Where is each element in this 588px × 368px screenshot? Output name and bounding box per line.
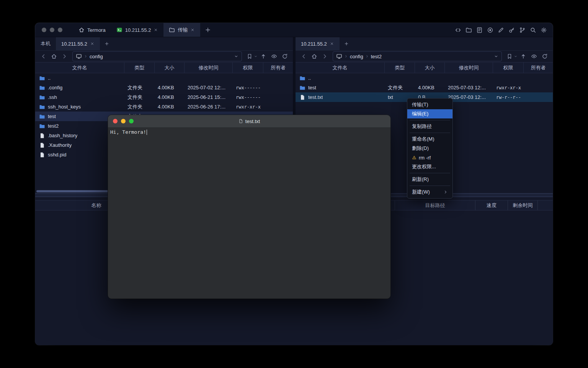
eye-icon [271,53,277,59]
back-button[interactable] [38,52,48,61]
column-header-permissions[interactable]: 权限 [493,62,524,73]
file-name: .. [308,75,311,81]
column-header-modified[interactable]: 修改时间 [445,62,493,73]
breadcrumb-segment[interactable]: config [90,54,103,59]
bookmark-button[interactable] [505,52,514,61]
show-hidden-button[interactable] [269,52,279,61]
bookmark-button[interactable] [245,52,255,61]
back-button[interactable] [299,52,309,61]
left-breadcrumb[interactable]: config [72,51,242,61]
close-tab-icon[interactable] [190,28,195,32]
file-type: 文件夹 [124,84,155,91]
column-header-type[interactable]: 类型 [124,62,155,73]
chevron-right-icon [84,54,88,58]
edit-icon[interactable] [498,27,504,33]
file-row[interactable]: .config 文件夹 4.00KB 2025-07-02 12:... rwx… [35,83,293,92]
window-controls [35,23,69,37]
file-row[interactable]: ssh_host_keys 文件夹 4.00KB 2025-06-26 17:.… [35,102,293,112]
transfer-column-destination[interactable]: 目标路径 [395,200,475,210]
home-button[interactable] [309,52,319,61]
key-icon[interactable] [508,27,515,33]
tab-left-host[interactable]: 10.211.55.2 [56,37,100,50]
branch-icon[interactable] [519,27,526,33]
file-type: 文件夹 [124,94,155,101]
editor-titlebar[interactable]: test.txt [108,115,390,127]
menu-item-edit[interactable]: 编辑(E) [407,109,452,118]
transfer-column-eta[interactable]: 剩余时间 [508,200,538,210]
close-tab-icon[interactable] [330,41,334,46]
menu-item-new[interactable]: 新建(W) [407,187,452,197]
column-header-size[interactable]: 大小 [415,62,445,73]
menu-item-rm-rf[interactable]: rm -rf [407,153,452,162]
tab-host-session[interactable]: 10.211.55.2 [111,23,164,37]
file-icon [299,94,305,100]
upload-button[interactable] [518,52,528,61]
titlebar-toolbar [455,23,553,37]
plus-icon [344,41,349,46]
forward-button[interactable] [320,52,330,61]
close-window-button[interactable] [42,28,46,32]
file-row[interactable]: .. [296,73,553,83]
menu-item-change-permissions[interactable]: 更改权限... [407,162,452,171]
close-tab-icon[interactable] [154,28,158,32]
tab-local[interactable]: 本机 [35,37,56,50]
column-header-modified[interactable]: 修改时间 [185,62,233,73]
record-icon[interactable] [487,27,493,33]
file-row[interactable]: .. [35,73,293,83]
breadcrumb-segment[interactable]: config [350,54,363,59]
refresh-button[interactable] [280,52,290,61]
refresh-button[interactable] [540,52,550,61]
folder-icon [299,75,305,81]
minimize-window-button[interactable] [50,28,54,32]
folder-icon [39,85,45,91]
chevron-right-icon [365,54,369,58]
zoom-window-button[interactable] [58,28,62,32]
file-modified: 2025-07-03 12:... [445,85,493,90]
new-tab-button[interactable] [200,23,216,37]
editor-close-button[interactable] [113,119,118,123]
editor-text: Hi, Termora! [110,129,146,135]
tab-transfer[interactable]: 传输 [163,23,200,37]
search-icon[interactable] [530,27,536,33]
menu-item-delete[interactable]: 删除(D) [407,144,452,153]
column-header-permissions[interactable]: 权限 [233,62,263,73]
left-new-tab-button[interactable] [100,37,114,50]
column-header-owner[interactable]: 所有者 [524,62,553,73]
file-row[interactable]: .ssh 文件夹 4.00KB 2025-06-21 15:... rwx---… [35,92,293,102]
home-button[interactable] [49,52,59,61]
bookmark-dropdown-caret[interactable] [514,54,518,58]
column-header-type[interactable]: 类型 [385,62,415,73]
transfer-column-speed[interactable]: 速度 [475,200,508,210]
menu-item-rename[interactable]: 重命名(M) [407,135,452,144]
log-icon[interactable] [476,27,483,33]
editor-content[interactable]: Hi, Termora! [108,127,390,299]
breadcrumb-segment[interactable]: test2 [371,54,382,59]
editor-zoom-button[interactable] [129,119,134,123]
settings-icon[interactable] [541,27,547,33]
bookmark-dropdown-caret[interactable] [254,54,258,58]
home-icon [311,53,317,59]
code-icon[interactable] [455,27,461,33]
tab-right-host[interactable]: 10.211.55.2 [296,37,340,50]
editor-minimize-button[interactable] [121,119,126,123]
column-header-owner[interactable]: 所有者 [263,62,293,73]
column-header-name[interactable]: 文件名 [35,62,124,73]
close-tab-icon[interactable] [90,41,95,46]
column-header-size[interactable]: 大小 [155,62,185,73]
file-row[interactable]: test 文件夹 4.00KB 2025-07-03 12:... rwxr-x… [296,83,553,92]
menu-item-copy-path[interactable]: 复制路径 [407,122,452,131]
tab-termora-home[interactable]: Termora [73,23,111,37]
show-hidden-button[interactable] [529,52,539,61]
right-breadcrumb[interactable]: config test2 [333,51,502,61]
up-arrow-icon [520,53,526,59]
forward-button[interactable] [60,52,70,61]
menu-item-transfer[interactable]: 传输(T) [407,100,452,109]
upload-button[interactable] [258,52,268,61]
file-size: 4.00KB [155,104,185,110]
chevron-down-icon[interactable] [494,54,498,59]
menu-item-refresh[interactable]: 刷新(R) [407,175,452,184]
column-header-name[interactable]: 文件名 [296,62,385,73]
folder-icon[interactable] [466,27,472,33]
right-new-tab-button[interactable] [340,37,353,50]
chevron-down-icon[interactable] [234,54,238,59]
